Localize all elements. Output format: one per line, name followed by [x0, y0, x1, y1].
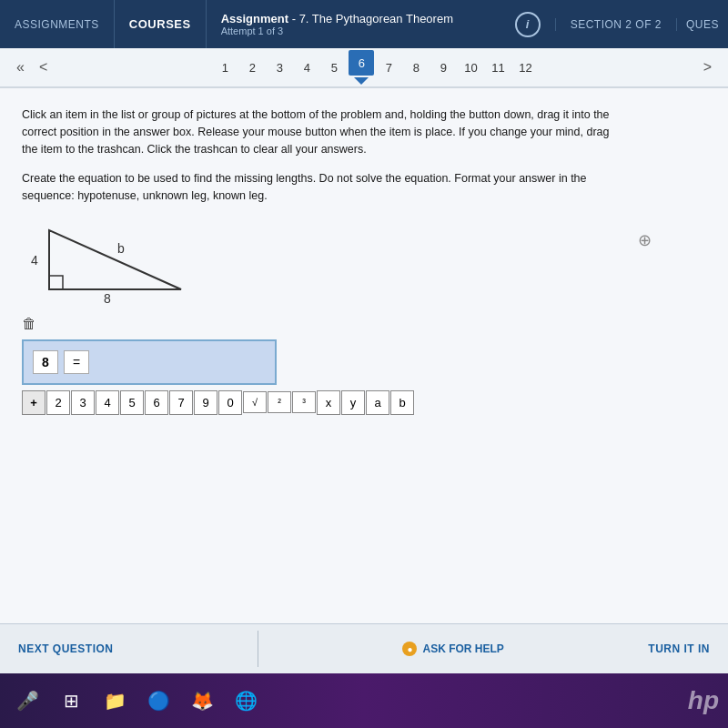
- action-divider: [258, 631, 258, 667]
- question-numbers: 1 2 3 4 5 6 7 8 9 10 11 12: [55, 50, 695, 85]
- instruction-line2: correct position in the answer box. Rele…: [22, 126, 610, 138]
- q-num-1[interactable]: 1: [212, 55, 238, 80]
- taskbar-mic-icon[interactable]: 🎤: [9, 682, 46, 719]
- assignment-label: Assignment: [221, 12, 288, 25]
- section-label: SECTION 2 OF 2: [555, 18, 676, 31]
- taskbar-firefox-icon[interactable]: 🦊: [184, 682, 220, 719]
- tile-x[interactable]: x: [317, 390, 340, 415]
- tile-b[interactable]: b: [390, 390, 414, 415]
- answer-section: 8 = + 2 3 4 5 6 7 9 0 √ ² ³ x y a b: [22, 339, 706, 415]
- q-num-5[interactable]: 5: [321, 55, 347, 80]
- next-question-button[interactable]: NEXT QUESTION: [18, 642, 114, 655]
- q-num-7[interactable]: 7: [376, 55, 401, 80]
- answer-chip-8[interactable]: 8: [33, 350, 58, 374]
- instruction-line3: the item to the trashcan. Click the tras…: [22, 143, 367, 156]
- tile-squared[interactable]: ²: [268, 391, 291, 413]
- instruction-line1: Click an item in the list or group of pi…: [22, 108, 610, 121]
- tile-6[interactable]: 6: [145, 390, 168, 415]
- turn-it-in-button[interactable]: TURN IT IN: [648, 642, 710, 655]
- next-button[interactable]: >: [696, 56, 719, 79]
- nav-courses[interactable]: COURSES: [115, 17, 206, 31]
- q-num-2[interactable]: 2: [239, 55, 265, 80]
- trash-icon[interactable]: 🗑: [22, 316, 706, 332]
- answer-equals[interactable]: =: [64, 350, 89, 374]
- taskbar-app-icon[interactable]: 🔵: [140, 682, 177, 719]
- attempt-label: Attempt 1 of 3: [221, 25, 500, 36]
- problem-line2: sequence: hypotenuse, unknown leg, known…: [22, 189, 268, 202]
- tile-a[interactable]: a: [366, 390, 389, 415]
- tile-plus[interactable]: +: [22, 390, 46, 415]
- q-num-3[interactable]: 3: [267, 55, 292, 80]
- top-navigation: ASSIGNMENTS COURSES Assignment - 7. The …: [0, 0, 728, 48]
- tile-5[interactable]: 5: [120, 390, 144, 415]
- taskbar-folder-icon[interactable]: 📁: [96, 682, 133, 719]
- tile-7[interactable]: 7: [169, 390, 193, 415]
- hp-logo: hp: [688, 686, 719, 715]
- q-num-11[interactable]: 11: [485, 55, 511, 80]
- svg-text:8: 8: [104, 291, 111, 303]
- tile-9[interactable]: 9: [194, 390, 217, 415]
- ask-for-help-button[interactable]: ● ASK FOR HELP: [402, 642, 503, 656]
- ask-icon: ●: [402, 642, 417, 656]
- assignment-number: - 7. The Pythagorean Theorem: [292, 12, 453, 25]
- nav-assignment-title: Assignment - 7. The Pythagorean Theorem: [221, 12, 500, 25]
- ask-label: ASK FOR HELP: [422, 642, 503, 655]
- prev-button[interactable]: <: [32, 56, 55, 79]
- ques-label: QUES: [676, 18, 728, 31]
- tile-sqrt[interactable]: √: [243, 391, 267, 413]
- tile-2[interactable]: 2: [46, 390, 70, 415]
- svg-text:4: 4: [31, 253, 38, 268]
- nav-assignment-info: Assignment - 7. The Pythagorean Theorem …: [207, 12, 515, 36]
- q-num-8[interactable]: 8: [403, 55, 429, 80]
- tiles-row: + 2 3 4 5 6 7 9 0 √ ² ³ x y a b: [22, 390, 440, 415]
- q-num-12[interactable]: 12: [512, 55, 538, 80]
- double-prev-button[interactable]: «: [9, 56, 32, 79]
- tile-y[interactable]: y: [341, 390, 365, 415]
- tile-0[interactable]: 0: [218, 390, 242, 415]
- q-num-6[interactable]: 6: [349, 50, 374, 76]
- q-num-6-wrapper: 6: [349, 50, 374, 85]
- taskbar: 🎤 ⊞ 📁 🔵 🦊 🌐 hp: [0, 673, 728, 728]
- main-content: Click an item in the list or group of pi…: [0, 88, 728, 623]
- question-bar: « < 1 2 3 4 5 6 7 8 9 10 11 12 >: [0, 48, 728, 88]
- triangle-svg: 4 b 8: [22, 221, 204, 303]
- q-num-4[interactable]: 4: [294, 55, 319, 80]
- action-bar: NEXT QUESTION ● ASK FOR HELP TURN IT IN: [0, 623, 728, 673]
- taskbar-edge-icon[interactable]: 🌐: [228, 682, 264, 719]
- instructions: Click an item in the list or group of pi…: [22, 106, 706, 157]
- taskbar-windows-icon[interactable]: ⊞: [53, 682, 89, 719]
- problem-line1: Create the equation to be used to find t…: [22, 172, 587, 185]
- svg-marker-0: [49, 230, 181, 289]
- q-num-6-arrow: [354, 77, 369, 85]
- triangle-diagram: 4 b 8: [22, 221, 706, 307]
- answer-box[interactable]: 8 =: [22, 339, 277, 385]
- q-num-9[interactable]: 9: [430, 55, 456, 80]
- tile-4[interactable]: 4: [96, 390, 119, 415]
- move-icon[interactable]: ⊕: [638, 230, 652, 250]
- tile-3[interactable]: 3: [71, 390, 95, 415]
- diagram-container: 4 b 8 ⊕ 🗑 8 = + 2 3 4 5 6: [22, 221, 706, 415]
- nav-assignments[interactable]: ASSIGNMENTS: [0, 18, 114, 31]
- problem-text: Create the equation to be used to find t…: [22, 170, 706, 205]
- info-icon[interactable]: i: [515, 12, 541, 37]
- svg-text:b: b: [117, 241, 125, 256]
- tile-cubed[interactable]: ³: [292, 391, 316, 413]
- q-num-10[interactable]: 10: [458, 55, 483, 80]
